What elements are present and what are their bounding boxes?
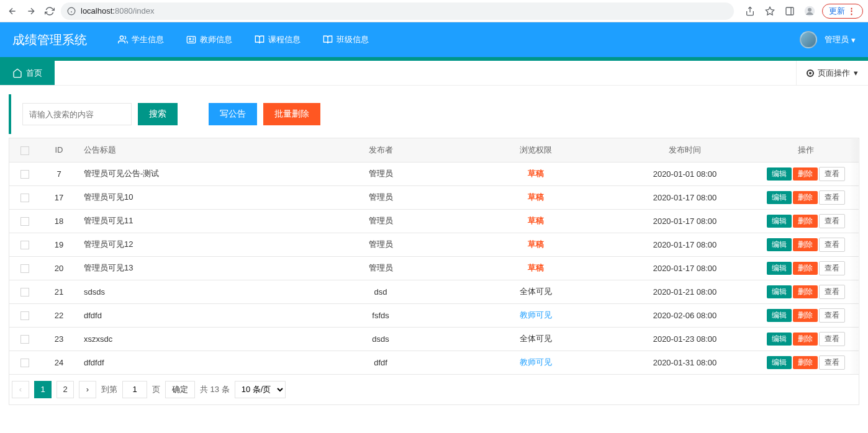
cell-time: 2020-01-23 08:00 <box>617 327 753 350</box>
edit-button[interactable]: 编辑 <box>767 333 792 346</box>
goto-input[interactable] <box>122 381 147 398</box>
edit-button[interactable]: 编辑 <box>767 238 792 251</box>
table-row: 20管理员可见13管理员草稿2020-01-17 08:00编辑删除查看 <box>9 256 859 280</box>
users-icon <box>118 35 128 45</box>
cell-id: 24 <box>40 350 78 374</box>
row-checkbox[interactable] <box>20 194 29 202</box>
cell-actions: 编辑删除查看 <box>753 185 859 209</box>
row-checkbox[interactable] <box>20 311 29 320</box>
edit-button[interactable]: 编辑 <box>767 191 792 204</box>
cell-id: 19 <box>40 233 78 256</box>
page-prev[interactable]: ‹ <box>12 381 29 398</box>
cell-actions: 编辑删除查看 <box>753 280 859 303</box>
cell-permission: 草稿 <box>455 233 617 256</box>
page-1[interactable]: 1 <box>34 381 52 398</box>
cell-publisher: 管理员 <box>306 233 455 256</box>
view-button[interactable]: 查看 <box>819 285 845 299</box>
svg-point-6 <box>808 7 811 11</box>
delete-button[interactable]: 删除 <box>793 191 818 204</box>
avatar[interactable] <box>800 31 817 48</box>
delete-button[interactable]: 删除 <box>793 215 818 228</box>
row-checkbox[interactable] <box>20 217 29 226</box>
delete-button[interactable]: 删除 <box>793 333 818 346</box>
row-checkbox[interactable] <box>20 170 29 179</box>
view-button[interactable]: 查看 <box>819 167 845 181</box>
delete-button[interactable]: 删除 <box>793 167 818 181</box>
search-button[interactable]: 搜索 <box>138 103 178 125</box>
checkbox-all[interactable] <box>20 146 29 155</box>
cell-actions: 编辑删除查看 <box>753 233 859 256</box>
cell-title: dfdfd <box>78 303 306 327</box>
page-size-select[interactable]: 10 条/页 <box>235 381 286 398</box>
view-button[interactable]: 查看 <box>819 214 845 228</box>
delete-button[interactable]: 删除 <box>793 285 818 298</box>
nav-course[interactable]: 课程信息 <box>255 34 301 45</box>
view-button[interactable]: 查看 <box>819 308 845 323</box>
scrollbar[interactable] <box>849 139 858 374</box>
row-checkbox[interactable] <box>20 241 29 249</box>
svg-point-7 <box>120 36 123 39</box>
row-checkbox[interactable] <box>20 359 29 367</box>
table-row: 18管理员可见11管理员草稿2020-01-17 08:00编辑删除查看 <box>9 209 859 233</box>
page-2[interactable]: 2 <box>57 381 74 398</box>
table-row: 22dfdfdfsfds教师可见2020-02-06 08:00编辑删除查看 <box>9 303 859 327</box>
nav-student[interactable]: 学生信息 <box>118 34 164 45</box>
svg-rect-3 <box>786 7 793 15</box>
view-button[interactable]: 查看 <box>819 238 845 252</box>
view-button[interactable]: 查看 <box>819 355 845 370</box>
cell-time: 2020-02-06 08:00 <box>617 303 753 327</box>
user-dropdown[interactable]: 管理员 ▾ <box>825 34 856 45</box>
write-notice-button[interactable]: 写公告 <box>209 103 257 125</box>
goto-label: 到第 <box>101 384 117 395</box>
cell-time: 2020-01-17 08:00 <box>617 185 753 209</box>
reload-icon[interactable] <box>42 4 57 19</box>
edit-button[interactable]: 编辑 <box>767 262 792 275</box>
radio-icon <box>807 69 814 77</box>
edit-button[interactable]: 编辑 <box>767 285 792 298</box>
cell-id: 22 <box>40 303 78 327</box>
row-checkbox[interactable] <box>20 264 29 273</box>
edit-button[interactable]: 编辑 <box>767 167 792 181</box>
page-next[interactable]: › <box>79 381 96 398</box>
page-operations-dropdown[interactable]: 页面操作 ▾ <box>796 61 868 85</box>
browser-update-button[interactable]: 更新⋮ <box>822 4 863 19</box>
delete-button[interactable]: 删除 <box>793 262 818 275</box>
edit-button[interactable]: 编辑 <box>767 215 792 228</box>
edit-button[interactable]: 编辑 <box>767 356 792 369</box>
address-bar[interactable]: localhost:8080/index <box>61 2 734 20</box>
nav-teacher[interactable]: 教师信息 <box>186 34 232 45</box>
tab-home[interactable]: 首页 <box>0 61 55 85</box>
row-checkbox[interactable] <box>20 288 29 297</box>
th-permission: 浏览权限 <box>455 138 617 162</box>
forward-icon[interactable] <box>24 4 38 19</box>
search-input[interactable] <box>22 103 132 125</box>
table-row: 7管理员可见公告-测试管理员草稿2020-01-01 08:00编辑删除查看 <box>9 162 859 185</box>
delete-button[interactable]: 删除 <box>793 356 818 369</box>
app-logo: 成绩管理系统 <box>12 32 87 48</box>
view-button[interactable]: 查看 <box>819 332 845 346</box>
cell-title: 管理员可见12 <box>78 233 306 256</box>
cell-permission: 教师可见 <box>455 350 617 374</box>
cell-publisher: 管理员 <box>306 256 455 280</box>
goto-confirm-button[interactable]: 确定 <box>165 381 195 398</box>
cell-actions: 编辑删除查看 <box>753 303 859 327</box>
view-button[interactable]: 查看 <box>819 190 845 205</box>
back-icon[interactable] <box>5 4 20 19</box>
th-publisher: 发布者 <box>306 138 455 162</box>
edit-button[interactable]: 编辑 <box>767 309 792 322</box>
cell-id: 7 <box>40 162 78 185</box>
panel-icon[interactable] <box>782 4 797 19</box>
share-icon[interactable] <box>743 4 757 19</box>
bookmark-icon[interactable] <box>762 4 777 19</box>
delete-button[interactable]: 删除 <box>793 309 818 322</box>
view-button[interactable]: 查看 <box>819 261 845 275</box>
nav-class[interactable]: 班级信息 <box>323 34 369 45</box>
app-header: 成绩管理系统 学生信息 教师信息 课程信息 班级信息 管理员 ▾ <box>0 22 868 57</box>
profile-icon[interactable] <box>802 4 817 19</box>
batch-delete-button[interactable]: 批量删除 <box>263 103 320 125</box>
cell-permission: 草稿 <box>455 162 617 185</box>
row-checkbox[interactable] <box>20 335 29 344</box>
delete-button[interactable]: 删除 <box>793 238 818 251</box>
cell-publisher: fsfds <box>306 303 455 327</box>
cell-actions: 编辑删除查看 <box>753 256 859 280</box>
